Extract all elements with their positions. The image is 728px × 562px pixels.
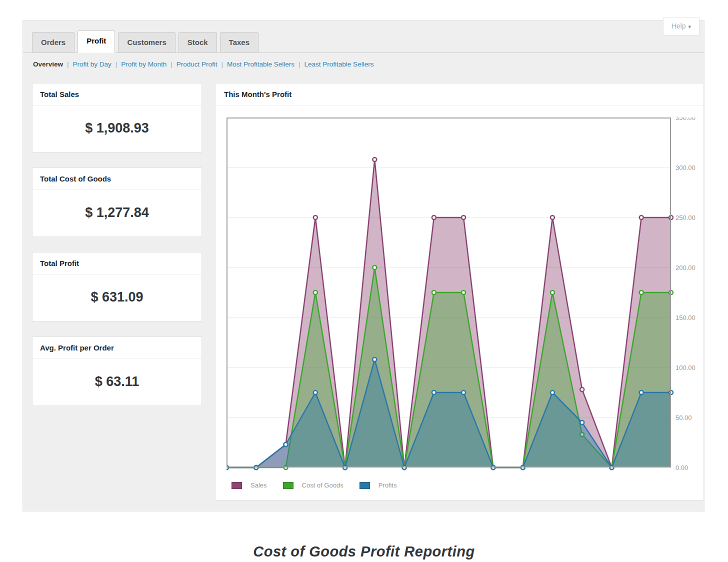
legend-swatch-profits <box>360 482 370 489</box>
chart-card: This Month's Profit 0.0050.00100.00150.0… <box>215 83 704 500</box>
subnav-separator: | <box>298 60 300 68</box>
data-point <box>580 420 584 424</box>
stat-value: $ 631.09 <box>32 274 202 321</box>
legend-label: Cost of Goods <box>302 482 344 489</box>
data-point <box>462 290 466 294</box>
data-point <box>314 390 318 394</box>
tab-profit[interactable]: Profit <box>78 30 115 53</box>
legend-label: Sales <box>250 482 267 489</box>
legend-item-cost-of-goods: Cost of Goods <box>283 482 344 489</box>
tab-taxes[interactable]: Taxes <box>220 32 258 53</box>
report-subnav: Overview|Profit by Day|Profit by Month|P… <box>23 53 704 75</box>
chart-title: This Month's Profit <box>216 84 704 106</box>
legend-swatch-cost-of-goods <box>283 482 294 489</box>
subnav-link-profit-by-day[interactable]: Profit by Day <box>73 60 112 68</box>
data-point <box>640 290 644 294</box>
data-point <box>432 290 436 294</box>
stat-label: Total Cost of Goods <box>32 168 202 190</box>
data-point <box>462 216 466 220</box>
admin-panel: Help▾ OrdersProfitCustomersStockTaxes Ov… <box>22 20 704 512</box>
subnav-link-profit-by-month[interactable]: Profit by Month <box>121 60 166 68</box>
image-caption: Cost of Goods Profit Reporting <box>0 544 728 560</box>
data-point <box>432 390 436 394</box>
y-tick-label: 150.00 <box>676 314 696 322</box>
legend-label: Profits <box>378 482 397 489</box>
tab-stock[interactable]: Stock <box>178 32 217 53</box>
subnav-separator: | <box>221 60 223 68</box>
stat-card-avg-profit-per-order: Avg. Profit per Order$ 63.11 <box>32 336 202 406</box>
help-label: Help <box>672 22 686 30</box>
stat-value: $ 1,908.93 <box>32 106 202 152</box>
subnav-separator: | <box>67 60 69 68</box>
y-tick-label: 300.00 <box>676 164 696 172</box>
chevron-down-icon: ▾ <box>688 24 691 30</box>
report-tabs: OrdersProfitCustomersStockTaxes <box>23 20 704 53</box>
stat-card-total-profit: Total Profit$ 631.09 <box>32 252 202 322</box>
subnav-separator: | <box>116 60 118 68</box>
chart-body: 0.0050.00100.00150.00200.00250.00300.003… <box>216 106 704 489</box>
y-tick-label: 200.00 <box>676 264 696 272</box>
chart-legend: SalesCost of GoodsProfits <box>232 482 704 489</box>
y-tick-label: 50.00 <box>676 414 692 422</box>
data-point <box>550 216 554 220</box>
subnav-separator: | <box>170 60 172 68</box>
subnav-current-overview: Overview <box>33 60 63 68</box>
tab-orders[interactable]: Orders <box>32 32 74 53</box>
y-tick-label: 100.00 <box>676 364 696 372</box>
data-point <box>372 266 376 270</box>
subnav-link-least-profitable-sellers[interactable]: Least Profitable Sellers <box>304 60 374 68</box>
data-point <box>372 358 376 362</box>
subnav-link-most-profitable-sellers[interactable]: Most Profitable Sellers <box>227 60 294 68</box>
profit-chart: 0.0050.00100.00150.00200.00250.00300.003… <box>226 118 704 472</box>
tab-customers[interactable]: Customers <box>118 32 175 53</box>
stat-value: $ 1,277.84 <box>32 190 202 236</box>
legend-item-profits: Profits <box>360 482 397 489</box>
y-axis-labels: 0.0050.00100.00150.00200.00250.00300.003… <box>676 118 696 472</box>
y-tick-label: 350.00 <box>676 118 696 122</box>
subnav-link-product-profit[interactable]: Product Profit <box>176 60 218 68</box>
data-point <box>432 216 436 220</box>
data-point <box>372 158 376 162</box>
data-point <box>314 216 318 220</box>
data-point <box>550 290 554 294</box>
data-point <box>640 390 644 394</box>
stat-value: $ 63.11 <box>32 359 202 406</box>
stat-card-total-sales: Total Sales$ 1,908.93 <box>32 83 202 152</box>
y-tick-label: 250.00 <box>676 214 696 222</box>
y-tick-label: 0.00 <box>676 464 688 472</box>
data-point <box>580 388 584 392</box>
legend-swatch-sales <box>232 482 242 489</box>
stat-label: Total Sales <box>32 84 202 106</box>
data-point <box>550 390 554 394</box>
stat-label: Total Profit <box>32 252 202 274</box>
data-point <box>462 390 466 394</box>
data-point <box>284 442 288 446</box>
report-content: Total Sales$ 1,908.93Total Cost of Goods… <box>23 75 704 500</box>
stats-column: Total Sales$ 1,908.93Total Cost of Goods… <box>32 83 202 500</box>
data-point <box>314 290 318 294</box>
stat-label: Avg. Profit per Order <box>32 337 202 359</box>
data-point <box>640 216 644 220</box>
stat-card-total-cost-of-goods: Total Cost of Goods$ 1,277.84 <box>32 168 202 237</box>
legend-item-sales: Sales <box>232 482 267 489</box>
help-button[interactable]: Help▾ <box>663 18 700 36</box>
